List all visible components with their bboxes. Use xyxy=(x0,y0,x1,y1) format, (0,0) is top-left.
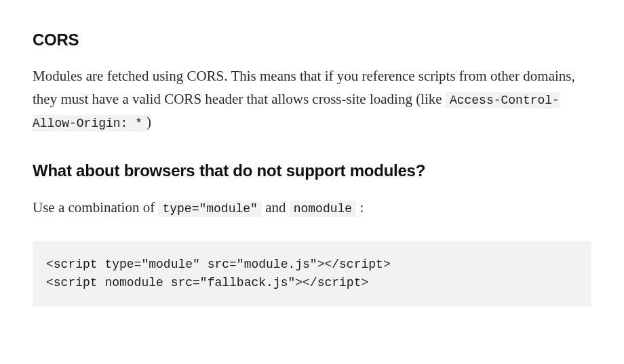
codeblock-module-fallback: <script type="module" src="module.js"></… xyxy=(33,241,591,307)
section-nomodule: What about browsers that do not support … xyxy=(33,158,591,307)
heading-cors: CORS xyxy=(33,27,591,53)
text-cors-2: ) xyxy=(147,114,151,130)
text-nomodule-3: : xyxy=(356,199,364,216)
heading-nomodule: What about browsers that do not support … xyxy=(33,158,591,184)
text-nomodule-2: and xyxy=(262,199,290,216)
code-nomodule-attr: nomodule xyxy=(290,201,356,217)
section-cors: CORS Modules are fetched using CORS. Thi… xyxy=(33,27,591,134)
code-type-module: type="module" xyxy=(158,201,261,217)
paragraph-nomodule: Use a combination of type="module" and n… xyxy=(33,197,591,220)
paragraph-cors: Modules are fetched using CORS. This mea… xyxy=(33,65,591,134)
text-nomodule-1: Use a combination of xyxy=(33,199,158,216)
